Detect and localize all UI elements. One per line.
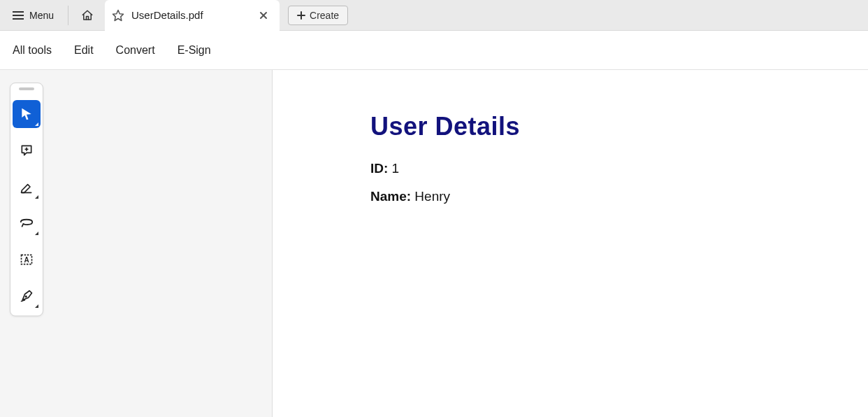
document-viewer[interactable]: User Details ID: 1 Name: Henry	[273, 70, 868, 417]
home-icon	[81, 9, 94, 22]
document-tab[interactable]: UserDetails.pdf	[105, 0, 280, 31]
sidebar-panel: A	[0, 70, 273, 417]
draw-freeform-tool[interactable]	[13, 209, 41, 237]
menubar-item-edit[interactable]: Edit	[73, 41, 95, 59]
menu-label: Menu	[29, 10, 54, 21]
sign-tool[interactable]	[13, 282, 41, 310]
field-label: ID:	[370, 161, 388, 176]
select-tool[interactable]	[13, 100, 41, 128]
create-label: Create	[310, 10, 339, 21]
home-button[interactable]	[75, 3, 99, 27]
comment-tool[interactable]	[13, 136, 41, 164]
divider	[68, 6, 68, 25]
drag-handle[interactable]	[19, 87, 34, 90]
lasso-icon	[19, 216, 34, 230]
document-field-id: ID: 1	[370, 161, 868, 176]
topbar: Menu UserDetails.pdf Create	[0, 0, 868, 31]
document-field-name: Name: Henry	[370, 189, 868, 204]
menubar-item-convert[interactable]: Convert	[115, 41, 157, 59]
field-value: Henry	[414, 189, 450, 204]
menubar-item-esign[interactable]: E-Sign	[176, 41, 212, 59]
cursor-icon	[20, 107, 34, 121]
toolbox: A	[10, 83, 43, 316]
svg-text:A: A	[24, 256, 29, 264]
svg-point-10	[25, 296, 27, 297]
text-box-icon: A	[20, 253, 34, 267]
tab-close-button[interactable]	[256, 8, 271, 23]
plus-icon	[297, 11, 305, 20]
text-box-tool[interactable]: A	[13, 246, 41, 274]
create-button[interactable]: Create	[288, 6, 348, 25]
menu-button[interactable]: Menu	[6, 6, 61, 25]
star-icon[interactable]	[112, 9, 124, 22]
tab-title: UserDetails.pdf	[131, 9, 203, 21]
highlight-tool[interactable]	[13, 173, 41, 201]
menubar: All tools Edit Convert E-Sign	[0, 31, 868, 70]
hamburger-icon	[13, 11, 24, 20]
fountain-pen-icon	[20, 289, 34, 303]
highlighter-icon	[20, 180, 34, 194]
close-icon	[259, 11, 268, 20]
comment-icon	[20, 143, 34, 157]
field-label: Name:	[370, 189, 411, 204]
main-area: A User Details ID: 1 Name: Henry	[0, 70, 868, 417]
document-title: User Details	[370, 112, 868, 141]
field-value: 1	[392, 161, 400, 176]
menubar-item-all-tools[interactable]: All tools	[11, 41, 53, 59]
svg-marker-0	[113, 10, 124, 20]
